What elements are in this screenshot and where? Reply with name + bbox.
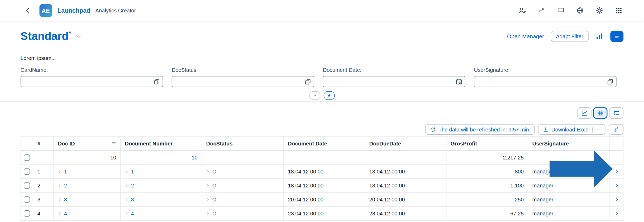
table-toolbar: The data will be refreshed in: 9:57 min.… xyxy=(21,124,623,135)
app-logo[interactable]: AE xyxy=(39,4,52,17)
column-header-usersignature[interactable]: UserSignature xyxy=(528,137,610,151)
row-checkbox[interactable] xyxy=(24,182,30,188)
filters-row: CardName: DocStatus: Documen xyxy=(21,67,623,87)
cell-num: 4 xyxy=(33,207,54,221)
table-row: 1 1 1 O 18.04.12 00:00 18.04.12 00:00 80… xyxy=(21,165,623,179)
filter-document-date: Document Date: xyxy=(323,67,465,87)
docstatus-link[interactable]: O xyxy=(212,182,217,188)
pin-header-button[interactable] xyxy=(324,91,335,100)
shell-actions xyxy=(518,6,623,15)
document-number-link[interactable]: 4 xyxy=(131,210,134,216)
cell-num: 2 xyxy=(33,179,54,193)
cell-grosprofit: 800 xyxy=(446,165,528,179)
user-edit-icon[interactable] xyxy=(518,6,526,15)
refresh-label: The data will be refreshed in: 9:57 min. xyxy=(438,126,531,133)
document-number-link[interactable]: 3 xyxy=(131,196,134,202)
docstatus-link[interactable]: O xyxy=(212,210,217,216)
row-checkbox[interactable] xyxy=(24,168,30,174)
header-checkbox-cell xyxy=(21,137,33,151)
cell-document-date: 23.04.12 00:00 xyxy=(284,207,365,221)
trend-icon[interactable] xyxy=(537,6,545,15)
nav-chevron-icon xyxy=(58,198,62,201)
cell-usersignature: manager xyxy=(528,207,610,221)
nav-chevron-icon xyxy=(58,184,62,187)
column-menu-icon[interactable] xyxy=(111,141,117,147)
sun-icon[interactable] xyxy=(595,6,603,15)
cardname-input[interactable] xyxy=(21,76,163,87)
table-row: 3 3 3 O 20.04.12 00:00 20.04.12 00:00 25… xyxy=(21,193,623,207)
pivot-view-button[interactable] xyxy=(609,107,623,119)
table-row: 4 4 4 O 23.04.12 00:00 23.04.12 00:00 67… xyxy=(21,207,623,221)
row-nav-chevron-icon[interactable] xyxy=(614,211,619,216)
row-nav-chevron-icon[interactable] xyxy=(614,197,619,202)
variant-title[interactable]: Standard* xyxy=(21,30,71,42)
doc-id-link[interactable]: 3 xyxy=(64,196,67,202)
bar-chart-icon[interactable] xyxy=(595,32,604,41)
download-excel-button[interactable]: Download Excel | xyxy=(538,124,605,135)
table-header-row: # Doc ID Document Number DocStatus Docum… xyxy=(21,137,623,151)
column-header-grosprofit[interactable]: GrosProfit xyxy=(446,137,528,151)
usersignature-input[interactable] xyxy=(474,76,617,87)
shell-bar: AE Launchpad Analytics Creator xyxy=(0,0,644,21)
table-settings-button[interactable] xyxy=(609,124,623,135)
data-table: # Doc ID Document Number DocStatus Docum… xyxy=(21,136,623,221)
cell-document-date: 18.04.12 00:00 xyxy=(284,165,365,179)
header-nav-cell xyxy=(610,137,623,151)
globe-icon[interactable] xyxy=(576,6,584,15)
document-number-link[interactable]: 1 xyxy=(131,168,134,174)
app-grid-icon[interactable] xyxy=(614,6,623,15)
filter-bar: Standard* Open Manager Adapt Filter Lore… xyxy=(0,28,644,100)
app-title: Launchpad xyxy=(58,7,90,14)
nav-chevron-icon xyxy=(58,170,62,173)
cell-docduedate: 18.04.12 00:00 xyxy=(365,165,446,179)
doc-id-link[interactable]: 2 xyxy=(64,182,67,188)
adapt-filter-button[interactable]: Adapt Filter xyxy=(551,31,589,42)
value-help-icon[interactable] xyxy=(153,78,160,85)
page-description: Lorem ipsum... xyxy=(21,55,623,61)
collapse-header-button[interactable] xyxy=(309,91,320,100)
table-view-button[interactable] xyxy=(593,107,607,119)
doc-id-link[interactable]: 4 xyxy=(64,210,67,216)
document-date-label: Document Date: xyxy=(323,67,465,73)
nav-chevron-icon xyxy=(58,212,62,215)
docstatus-label: DocStatus: xyxy=(172,67,314,73)
row-nav-chevron-icon[interactable] xyxy=(614,169,619,174)
screen-icon[interactable] xyxy=(556,6,565,15)
column-header-docstatus[interactable]: DocStatus xyxy=(202,137,284,151)
doc-id-link[interactable]: 1 xyxy=(64,168,67,174)
chevron-down-icon[interactable] xyxy=(75,33,82,40)
open-manager-link[interactable]: Open Manager xyxy=(507,33,544,39)
cell-grosprofit: 67.25 xyxy=(446,207,528,221)
nav-chevron-icon xyxy=(206,212,210,215)
document-date-input[interactable] xyxy=(323,76,465,87)
refresh-button[interactable]: The data will be refreshed in: 9:57 min. xyxy=(425,124,535,135)
select-all-checkbox[interactable] xyxy=(24,154,30,160)
total-grosprofit: 2,217.25 xyxy=(446,151,528,165)
column-header-document-date[interactable]: Document Date xyxy=(284,137,365,151)
column-header-num[interactable]: # xyxy=(33,137,54,151)
back-icon[interactable] xyxy=(24,6,32,15)
filter-docstatus: DocStatus: xyxy=(172,67,314,87)
document-number-link[interactable]: 2 xyxy=(131,182,134,188)
docstatus-input[interactable] xyxy=(172,76,314,87)
column-header-document-number[interactable]: Document Number xyxy=(121,137,202,151)
row-nav-chevron-icon[interactable] xyxy=(614,183,619,188)
list-view-button[interactable] xyxy=(610,31,623,42)
download-label: Download Excel xyxy=(551,126,590,133)
column-header-docduedate[interactable]: DocDueDate xyxy=(365,137,446,151)
nav-chevron-icon xyxy=(206,170,210,173)
chevron-down-icon xyxy=(596,127,601,132)
date-picker-icon[interactable] xyxy=(455,78,462,85)
cell-docduedate: 18.04.12 00:00 xyxy=(365,179,446,193)
app-subtitle: Analytics Creator xyxy=(95,7,136,13)
docstatus-link[interactable]: O xyxy=(212,196,217,202)
column-header-doc-id[interactable]: Doc ID xyxy=(54,137,121,151)
row-checkbox[interactable] xyxy=(24,196,30,202)
row-checkbox[interactable] xyxy=(24,210,30,216)
app-window: AE Launchpad Analytics Creator xyxy=(0,0,644,222)
value-help-icon[interactable] xyxy=(607,78,613,85)
cell-grosprofit: 250 xyxy=(446,193,528,207)
chart-view-button[interactable] xyxy=(577,107,591,119)
value-help-icon[interactable] xyxy=(304,78,311,85)
docstatus-link[interactable]: O xyxy=(212,168,217,174)
